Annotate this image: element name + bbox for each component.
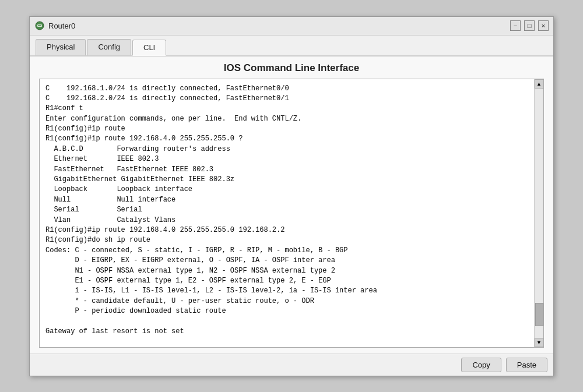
content-area: IOS Command Line Interface C 192.168.1.0… [30,56,553,354]
scroll-thumb[interactable] [535,303,543,326]
svg-point-3 [39,25,40,26]
tab-cli[interactable]: CLI [132,40,166,56]
tab-config[interactable]: Config [87,39,131,55]
maximize-button[interactable]: □ [524,20,535,31]
svg-point-2 [38,25,39,26]
tab-physical[interactable]: Physical [36,39,86,55]
scroll-track[interactable] [535,89,543,338]
terminal-output[interactable]: C 192.168.1.0/24 is directly connected, … [40,79,534,347]
close-button[interactable]: × [538,20,549,31]
title-bar: Router0 − □ × [30,17,553,36]
router-icon [34,20,45,31]
svg-point-4 [40,25,41,26]
tabs-bar: Physical Config CLI [30,36,553,56]
paste-button[interactable]: Paste [506,358,547,372]
window-title: Router0 [48,22,75,30]
terminal-wrapper: C 192.168.1.0/24 is directly connected, … [39,79,544,348]
section-title: IOS Command Line Interface [39,62,544,74]
title-bar-controls: − □ × [510,20,549,31]
scrollbar[interactable]: ▲ ▼ [534,79,543,347]
title-bar-left: Router0 [34,20,75,31]
scroll-up-arrow[interactable]: ▲ [535,79,544,89]
scroll-down-arrow[interactable]: ▼ [535,338,544,347]
minimize-button[interactable]: − [510,20,521,31]
copy-button[interactable]: Copy [461,358,501,372]
bottom-bar: Copy Paste [30,354,553,376]
router-window: Router0 − □ × Physical Config CLI IOS Co… [29,16,554,376]
